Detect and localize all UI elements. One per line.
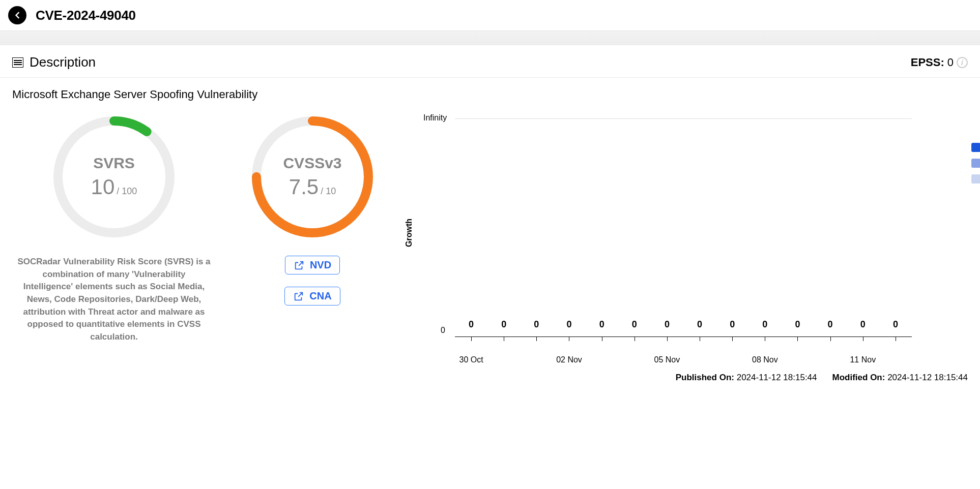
chart-value: 0: [553, 319, 585, 330]
cvss-column: CVSSv3 7.5 / 10 NVD: [231, 113, 394, 305]
chart-value: 0: [520, 319, 553, 330]
dates-row: Published On: 2024-11-12 18:15:44 Modifi…: [409, 373, 968, 383]
chart-value: 0: [879, 319, 912, 330]
chart-legend: GitHub News Tweets: [971, 142, 980, 184]
page-header: CVE-2024-49040: [0, 0, 980, 31]
chart-value: 0: [716, 319, 748, 330]
chart-data-labels: 00000000000000: [455, 319, 912, 330]
svrs-gauge-max: / 100: [117, 186, 137, 197]
cna-link-button[interactable]: CNA: [284, 287, 340, 305]
chart-value: 0: [814, 319, 847, 330]
legend-swatch: [971, 174, 980, 184]
chart-value: 0: [487, 319, 520, 330]
chart-x-label: 11 Nov: [850, 355, 876, 364]
epss-score: EPSS: 0 i: [911, 56, 968, 69]
section-title: Description: [30, 54, 96, 70]
chart-value: 0: [651, 319, 683, 330]
chart-y-axis-label: Growth: [405, 219, 414, 247]
cvss-gauge-max: / 10: [321, 186, 336, 197]
chart-value: 0: [847, 319, 879, 330]
chart-gridline: [455, 118, 912, 119]
cvss-gauge-label: CVSSv3: [283, 155, 341, 172]
svrs-column: SVRS 10 / 100 SOCRadar Vulnerability Ris…: [12, 113, 216, 343]
legend-item-github[interactable]: GitHub: [971, 142, 980, 152]
chart-value: 0: [748, 319, 781, 330]
epss-value: 0: [947, 56, 954, 69]
chart-x-label: 08 Nov: [752, 355, 778, 364]
growth-chart: Growth Infinity 0 00000000000000 30 Oct0…: [409, 113, 968, 383]
nvd-link-button[interactable]: NVD: [285, 256, 340, 274]
svrs-description: SOCRadar Vulnerability Risk Score (SVRS)…: [17, 256, 211, 343]
back-button[interactable]: [8, 6, 26, 24]
chart-y-bottom-label: 0: [441, 326, 445, 335]
chart-value: 0: [586, 319, 618, 330]
svrs-gauge: SVRS 10 / 100: [50, 113, 178, 240]
svrs-gauge-value: 10: [91, 175, 115, 199]
page-title: CVE-2024-49040: [36, 8, 136, 23]
chart-value: 0: [455, 319, 487, 330]
nvd-link-label: NVD: [310, 259, 331, 271]
vulnerability-description: Microsoft Exchange Server Spoofing Vulne…: [12, 88, 968, 101]
cna-link-label: CNA: [309, 290, 331, 302]
chart-x-label: 30 Oct: [459, 355, 483, 364]
svrs-gauge-label: SVRS: [93, 155, 135, 172]
modified-label: Modified On:: [832, 373, 885, 382]
chart-x-axis: [455, 337, 912, 337]
legend-item-tweets[interactable]: Tweets: [971, 173, 980, 184]
modified-value: 2024-11-12 18:15:44: [887, 373, 968, 382]
external-link-icon: [294, 260, 305, 271]
external-link-icon: [293, 291, 304, 302]
published-label: Published On:: [676, 373, 734, 382]
legend-swatch: [971, 143, 980, 152]
legend-item-news[interactable]: News: [971, 158, 980, 168]
published-value: 2024-11-12 18:15:44: [737, 373, 817, 382]
chart-x-label: 02 Nov: [556, 355, 582, 364]
section-header: Description EPSS: 0 i: [0, 45, 980, 78]
arrow-left-icon: [12, 10, 22, 20]
cvss-gauge-value: 7.5: [289, 175, 319, 199]
chart-value: 0: [618, 319, 651, 330]
cvss-gauge: CVSSv3 7.5 / 10: [249, 113, 376, 240]
chart-y-top-label: Infinity: [423, 113, 447, 123]
info-icon[interactable]: i: [957, 57, 968, 68]
chart-value: 0: [683, 319, 716, 330]
divider-band: [0, 31, 980, 45]
epss-label: EPSS:: [911, 56, 944, 69]
legend-swatch: [971, 159, 980, 168]
chart-value: 0: [781, 319, 814, 330]
chart-x-label: 05 Nov: [654, 355, 680, 364]
list-icon: [12, 57, 23, 68]
